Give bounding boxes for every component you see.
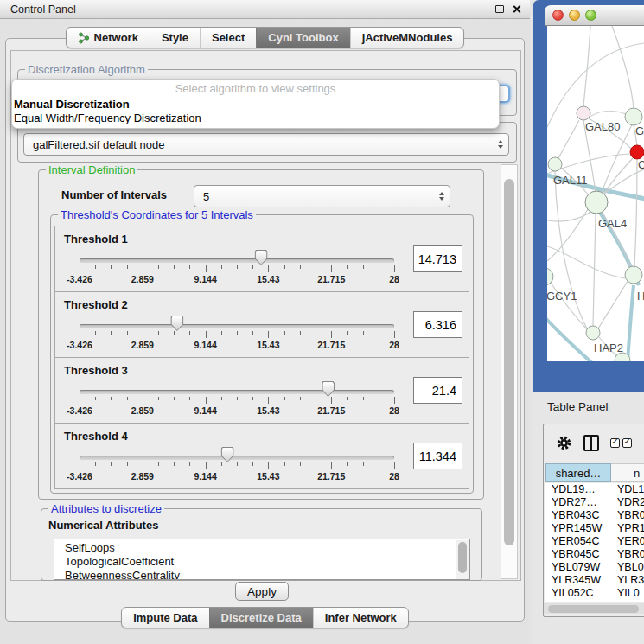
slider-thumb[interactable] <box>221 447 234 462</box>
menu-item-equal-width-frequency[interactable]: Equal Width/Frequency Discretization <box>12 112 499 125</box>
list-item[interactable]: TopologicalCoefficient <box>54 555 469 569</box>
numerical-attributes-list[interactable]: SelfLoops TopologicalCoefficient Between… <box>54 539 470 580</box>
top-tab-bar: Network Style Select Cyni Toolbox jActiv… <box>0 27 530 48</box>
threshold-3-value-field[interactable]: 21.4 <box>413 377 462 404</box>
threshold-4-value-field[interactable]: 11.344 <box>413 443 462 469</box>
tab-network-label: Network <box>94 31 138 44</box>
table-row[interactable]: YDR27…YDR2 <box>545 496 644 509</box>
table-toolbar <box>544 424 644 461</box>
numerical-attributes-label: Numerical Attributes <box>48 519 158 532</box>
network-icon <box>78 32 90 44</box>
table-panel: Table Panel shared… n YDL19…YDL1 <box>533 392 644 644</box>
slider-track[interactable] <box>80 258 394 263</box>
checked-checkbox-icon <box>610 438 620 448</box>
threshold-4-slider[interactable]: -3.426 2.859 9.144 15.43 21.715 28 <box>80 424 394 490</box>
node-label: G <box>635 124 644 137</box>
split-table-icon[interactable] <box>583 435 599 451</box>
zoom-traffic-light-icon[interactable] <box>585 10 596 21</box>
slider-ticks <box>80 462 394 471</box>
node-selected-red[interactable] <box>630 145 644 159</box>
table-row[interactable]: YDL19…YDL1 <box>545 483 644 496</box>
slider-scale: -3.426 2.859 9.144 15.43 21.715 28 <box>80 471 394 483</box>
control-panel-window: Control Panel Network <box>0 0 530 644</box>
node-label: HAP2 <box>594 341 623 354</box>
node-gal80[interactable] <box>577 106 590 120</box>
table-rows: YDL19…YDL1 YDR27…YDR2 YBR043CYBR0 YPR145… <box>545 483 644 602</box>
threshold-2-value-field[interactable]: 6.316 <box>413 311 462 338</box>
table-row[interactable]: YBR043CYBR0 <box>545 509 644 522</box>
slider-ticks <box>80 265 394 274</box>
slider-thumb[interactable] <box>255 250 268 265</box>
slider-ticks <box>80 397 394 405</box>
tab-cyni-toolbox[interactable]: Cyni Toolbox <box>256 28 349 48</box>
table-row[interactable]: YIL052CYIL0 <box>545 587 644 600</box>
table-row[interactable]: YBL079WYBL0 <box>545 561 644 574</box>
slider-scale: -3.426 2.859 9.144 15.43 21.715 28 <box>80 340 394 352</box>
number-of-intervals-label: Number of Intervals <box>61 188 167 201</box>
table-horizontal-scrollbar[interactable] <box>544 603 644 614</box>
list-scrollbar[interactable] <box>456 540 469 580</box>
slider-track[interactable] <box>80 456 394 460</box>
network-graph: GAL80 G C GAL11 GAL4 GCY1 H HAP2 <box>547 26 644 361</box>
node-gal11[interactable] <box>548 157 562 171</box>
tab-network[interactable]: Network <box>67 28 150 48</box>
list-item[interactable]: SelfLoops <box>54 539 469 555</box>
control-panel-titlebar[interactable]: Control Panel <box>0 0 530 19</box>
select-columns-icon[interactable] <box>610 438 632 448</box>
close-icon[interactable] <box>512 4 521 14</box>
table-row[interactable]: YER054CYER0 <box>545 535 644 548</box>
number-of-intervals-value: 5 <box>194 190 436 203</box>
slider-scale: -3.426 2.859 9.144 15.43 21.715 28 <box>80 405 394 418</box>
threshold-3-panel: Threshold 3 -3.426 2.859 9.144 15.43 21.… <box>54 357 469 424</box>
table-row[interactable]: YLR345WYLR3 <box>545 574 644 587</box>
node-label: GCY1 <box>547 290 577 303</box>
table-data-value: galFiltered.sif default node <box>24 138 494 151</box>
menu-item-manual-discretization[interactable]: Manual Discretization <box>12 98 499 112</box>
slider-track[interactable] <box>80 324 394 328</box>
tab-impute-data[interactable]: Impute Data <box>122 608 208 628</box>
node-hap2[interactable] <box>586 326 600 340</box>
list-item[interactable]: BetweennessCentrality <box>54 569 469 580</box>
network-window-titlebar[interactable] <box>545 5 644 26</box>
column-header-shared[interactable]: shared… <box>545 463 611 482</box>
thresholds-title: Threshold's Coordinates for 5 Intervals <box>58 208 256 221</box>
table-row[interactable]: YPR145WYPR1 <box>545 522 644 535</box>
node-label: GAL4 <box>598 217 627 230</box>
table-horizontal-scrollbar-thumb[interactable] <box>548 605 639 613</box>
threshold-2-panel: Threshold 2 -3.426 2.859 9.144 15.43 21.… <box>54 291 469 358</box>
threshold-1-value-field[interactable]: 14.713 <box>413 245 462 272</box>
threshold-3-slider[interactable]: -3.426 2.859 9.144 15.43 21.715 28 <box>80 358 394 424</box>
node-partial-g[interactable] <box>625 108 642 125</box>
panel-scrollbar[interactable] <box>501 164 518 579</box>
gear-icon[interactable] <box>556 435 572 451</box>
tab-infer-network[interactable]: Infer Network <box>313 608 408 628</box>
thresholds-group: Threshold's Coordinates for 5 Intervals … <box>50 214 474 494</box>
tab-select[interactable]: Select <box>200 28 256 48</box>
list-scrollbar-thumb[interactable] <box>458 542 467 573</box>
table-data-combobox[interactable]: galFiltered.sif default node <box>23 133 509 156</box>
table-row[interactable]: YBR045CYBR0 <box>545 548 644 561</box>
float-window-icon[interactable] <box>495 5 504 13</box>
tab-discretize-data[interactable]: Discretize Data <box>209 608 313 628</box>
node-partial-h[interactable] <box>625 266 642 284</box>
threshold-2-slider[interactable]: -3.426 2.859 9.144 15.43 21.715 28 <box>80 292 394 359</box>
slider-thumb[interactable] <box>170 316 183 331</box>
tab-style[interactable]: Style <box>150 28 200 48</box>
network-canvas[interactable]: GAL80 G C GAL11 GAL4 GCY1 H HAP2 <box>547 26 644 361</box>
node-gal4[interactable] <box>585 191 608 214</box>
apply-button[interactable]: Apply <box>235 582 289 601</box>
node-gcy1[interactable] <box>547 268 553 285</box>
slider-thumb[interactable] <box>322 381 335 397</box>
column-header-name[interactable]: n <box>611 463 644 482</box>
attributes-group: Attributes to discretize Numerical Attri… <box>41 508 482 581</box>
minimize-traffic-light-icon[interactable] <box>569 10 580 21</box>
tab-jactivemnodules[interactable]: jActiveMNodules <box>350 28 464 48</box>
panel-scrollbar-thumb[interactable] <box>504 179 514 545</box>
threshold-1-slider[interactable]: -3.426 2.859 9.144 15.43 21.715 28 <box>80 226 394 293</box>
close-traffic-light-icon[interactable] <box>552 10 564 21</box>
number-of-intervals-combobox[interactable]: 5 <box>194 185 450 207</box>
node-label: C <box>638 158 644 171</box>
slider-track[interactable] <box>80 390 394 394</box>
table-header-row: shared… n <box>545 463 644 482</box>
screen: Control Panel Network <box>0 0 644 644</box>
